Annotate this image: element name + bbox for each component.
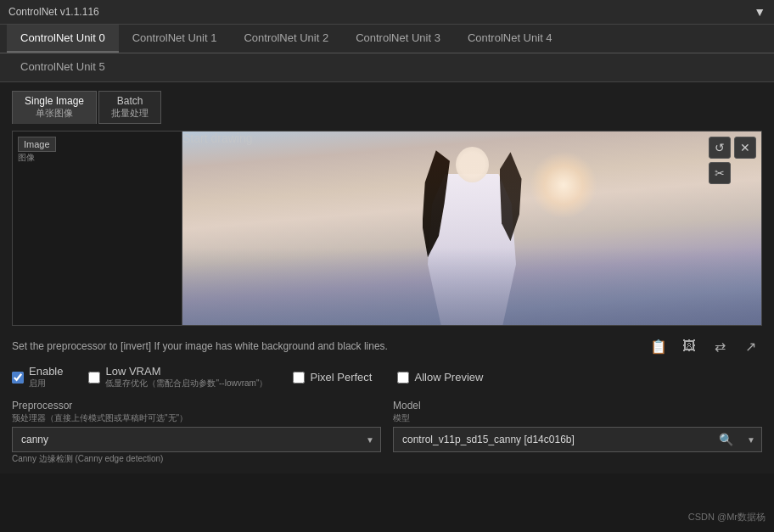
tab-unit-2[interactable]: ControlNet Unit 2 xyxy=(230,25,342,53)
tab-single-image-cn-label: 单张图像 xyxy=(25,107,84,120)
enable-sublabel: 启用 xyxy=(29,378,63,389)
lowvram-sublabel: 低显存优化（需配合启动参数"--lowvram"） xyxy=(105,378,267,389)
pixelperfect-label: Pixel Perfect xyxy=(310,371,372,384)
watermark: CSDN @Mr数据杨 xyxy=(688,511,766,524)
image-badge: Image xyxy=(18,137,56,152)
tab-unit-4[interactable]: ControlNet Unit 4 xyxy=(454,25,566,53)
enable-label: Enable 启用 xyxy=(29,365,63,389)
tab-unit-3[interactable]: ControlNet Unit 3 xyxy=(342,25,454,53)
tab-unit-0[interactable]: ControlNet Unit 0 xyxy=(7,25,119,53)
start-drawing-text: Start drawing xyxy=(182,132,252,145)
enable-checkbox-group: Enable 启用 xyxy=(12,365,63,389)
model-label-text: Model xyxy=(393,400,421,412)
preprocessor-sublabel: 预处理器（直接上传模式图或草稿时可选"无"） xyxy=(12,413,188,423)
model-search-icon[interactable]: 🔍 xyxy=(719,433,733,446)
enable-checkbox[interactable] xyxy=(12,372,24,384)
pixelperfect-checkbox-group: Pixel Perfect xyxy=(293,371,372,384)
app-title: ControlNet v1.1.116 xyxy=(8,6,99,18)
pixelperfect-label-text: Pixel Perfect xyxy=(310,371,372,384)
preprocessor-select-sublabel: Canny 边缘检测 (Canny edge detection) xyxy=(12,453,381,465)
image-area: Image 图像 S xyxy=(12,131,762,326)
allowpreview-label: Allow Preview xyxy=(414,371,483,384)
model-field: Model 模型 control_v11p_sd15_canny [d14c01… xyxy=(393,400,762,465)
model-select-wrapper: control_v11p_sd15_canny [d14c016b] None … xyxy=(393,427,762,452)
main-content: Single Image 单张图像 Batch 批量处理 Image 图像 xyxy=(0,82,774,473)
image-badge-label: Image xyxy=(24,139,50,149)
allowpreview-label-text: Allow Preview xyxy=(414,371,483,384)
action-icons: 📋 🖼 ⇄ ↗ xyxy=(647,334,762,358)
image-controls-top-row: ↺ ✕ xyxy=(709,137,756,159)
preprocessor-select[interactable]: canny none depth hed mlsd normal_map ope… xyxy=(12,427,381,452)
image-badge-cn-label: 图像 xyxy=(18,152,35,164)
tab-batch[interactable]: Batch 批量处理 xyxy=(98,91,161,124)
model-label: Model 模型 xyxy=(393,400,762,424)
clipboard-icon[interactable]: 📋 xyxy=(647,334,670,358)
model-select[interactable]: control_v11p_sd15_canny [d14c016b] None xyxy=(393,427,762,452)
preprocessor-select-wrapper: canny none depth hed mlsd normal_map ope… xyxy=(12,427,381,452)
select-fields: Preprocessor 预处理器（直接上传模式图或草稿时可选"无"） cann… xyxy=(12,400,762,465)
tab-batch-label: Batch xyxy=(117,95,143,107)
image-controls-bottom-row: ✂ xyxy=(709,162,756,184)
lowvram-checkbox-group: Low VRAM 低显存优化（需配合启动参数"--lowvram"） xyxy=(88,365,267,389)
tab-single-image-label: Single Image xyxy=(25,95,84,107)
tab-unit-1[interactable]: ControlNet Unit 1 xyxy=(119,25,231,53)
options-row: Enable 启用 Low VRAM 低显存优化（需配合启动参数"--lowvr… xyxy=(12,365,762,389)
main-tabs-row2: ControlNet Unit 5 xyxy=(0,53,774,82)
edit-icon-btn[interactable]: ✂ xyxy=(709,162,731,184)
inner-tabs: Single Image 单张图像 Batch 批量处理 xyxy=(12,91,762,124)
title-bar: ControlNet v1.1.116 ▼ xyxy=(0,0,774,25)
tab-unit-5[interactable]: ControlNet Unit 5 xyxy=(7,53,119,81)
send-icon[interactable]: ↗ xyxy=(738,334,762,358)
lowvram-checkbox[interactable] xyxy=(88,372,100,384)
image-controls: ↺ ✕ ✂ xyxy=(709,137,756,184)
preprocessor-label: Preprocessor 预处理器（直接上传模式图或草稿时可选"无"） xyxy=(12,400,381,424)
pixelperfect-checkbox[interactable] xyxy=(293,372,305,384)
lowvram-label: Low VRAM 低显存优化（需配合启动参数"--lowvram"） xyxy=(105,365,267,389)
info-row: Set the preprocessor to [invert] If your… xyxy=(12,334,762,358)
tab-batch-cn-label: 批量处理 xyxy=(111,107,149,120)
image-left-panel: Image 图像 xyxy=(13,132,182,325)
dropdown-arrow-icon[interactable]: ▼ xyxy=(754,5,766,19)
main-tabs-row: ControlNet Unit 0 ControlNet Unit 1 Cont… xyxy=(0,25,774,53)
close-icon-btn[interactable]: ✕ xyxy=(734,137,756,159)
tab-single-image[interactable]: Single Image 单张图像 xyxy=(12,91,97,124)
preprocessor-field: Preprocessor 预处理器（直接上传模式图或草稿时可选"无"） cann… xyxy=(12,400,381,465)
lowvram-label-text: Low VRAM xyxy=(105,365,160,378)
undo-icon[interactable]: ⇄ xyxy=(708,334,732,358)
allowpreview-checkbox[interactable] xyxy=(397,372,409,384)
image-canvas[interactable]: Start drawing ↺ ✕ ✂ xyxy=(182,132,761,325)
image-icon[interactable]: 🖼 xyxy=(677,334,701,358)
reset-icon-btn[interactable]: ↺ xyxy=(709,137,731,159)
allowpreview-checkbox-group: Allow Preview xyxy=(397,371,483,384)
enable-label-text: Enable xyxy=(29,365,63,378)
model-sublabel: 模型 xyxy=(393,413,410,423)
preprocessor-label-text: Preprocessor xyxy=(12,400,72,412)
info-text: Set the preprocessor to [invert] If your… xyxy=(12,340,388,352)
